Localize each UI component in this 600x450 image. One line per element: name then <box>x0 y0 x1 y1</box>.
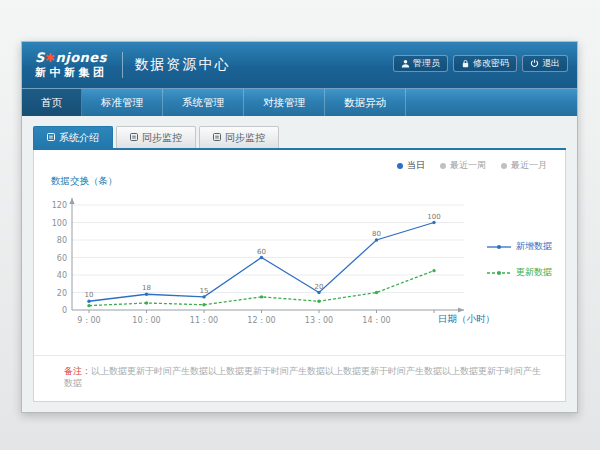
user-icon <box>401 59 410 68</box>
range-option-label: 当日 <box>407 159 425 172</box>
power-icon <box>530 59 539 68</box>
footnote-text: 以上数据更新于时间产生数据以上数据更新于时间产生数据以上数据更新于时间产生数据以… <box>64 366 541 389</box>
footnote: 备注：以上数据更新于时间产生数据以上数据更新于时间产生数据以上数据更新于时间产生… <box>34 355 565 401</box>
legend-item-updated-data[interactable]: 更新数据 <box>487 266 552 279</box>
change-password-label: 修改密码 <box>473 57 509 70</box>
svg-text:13：00: 13：00 <box>305 316 333 325</box>
svg-text:12：00: 12：00 <box>247 316 275 325</box>
series-name: 更新数据 <box>516 266 552 279</box>
series-legend: 新增数据 更新数据 <box>487 240 552 279</box>
svg-text:11：00: 11：00 <box>190 316 218 325</box>
tab-sync-monitor-1[interactable]: 同步监控 <box>116 126 196 148</box>
nav-item-standard-mgmt[interactable]: 标准管理 <box>82 89 163 116</box>
header-divider <box>122 52 123 78</box>
chart-panel: 当日 最近一周 最近一月 数据交换（条） 0204060801001209：00… <box>33 150 566 402</box>
change-password-button[interactable]: 修改密码 <box>453 55 517 72</box>
tab-label: 同步监控 <box>142 131 182 145</box>
range-option-today[interactable]: 当日 <box>397 159 425 172</box>
svg-text:80: 80 <box>372 230 381 238</box>
logo-company-name: 新中新集团 <box>35 67 108 80</box>
svg-text:10: 10 <box>85 291 94 299</box>
svg-text:10：00: 10：00 <box>132 316 160 325</box>
user-actions: 管理员 修改密码 退出 <box>393 55 568 72</box>
lock-icon <box>461 59 470 68</box>
dashed-line-sample-icon <box>487 269 511 277</box>
line-chart: 0204060801001209：0010：0011：0012：0013：001… <box>44 192 482 332</box>
nav-item-integration-mgmt[interactable]: 对接管理 <box>244 89 325 116</box>
admin-user-button[interactable]: 管理员 <box>393 55 448 72</box>
header: S✱njones 新中新集团 数据资源中心 管理员 修改密码 退出 <box>22 42 577 88</box>
range-option-label: 最近一月 <box>511 159 547 172</box>
svg-text:0: 0 <box>62 306 67 315</box>
tab-sync-monitor-2[interactable]: 同步监控 <box>199 126 279 148</box>
app-window: S✱njones 新中新集团 数据资源中心 管理员 修改密码 退出 首页 标准管… <box>21 41 578 413</box>
logo-wordmark: S✱njones <box>35 51 108 66</box>
tab-grid-icon <box>213 132 221 143</box>
page-title: 数据资源中心 <box>135 56 231 74</box>
svg-text:18: 18 <box>142 284 151 292</box>
tab-label: 系统介绍 <box>59 131 99 145</box>
solid-line-sample-icon <box>487 243 511 251</box>
svg-text:80: 80 <box>57 236 67 245</box>
nav-item-home[interactable]: 首页 <box>22 89 82 116</box>
tab-bar: 系统介绍 同步监控 同步监控 <box>33 126 566 150</box>
logo-star-icon: ✱ <box>45 51 56 65</box>
tab-grid-icon <box>47 132 55 143</box>
svg-text:20: 20 <box>315 283 324 291</box>
svg-text:60: 60 <box>57 254 67 263</box>
nav-item-data-change[interactable]: 数据异动 <box>325 89 406 116</box>
svg-text:14：00: 14：00 <box>362 316 390 325</box>
footnote-prefix: 备注： <box>64 366 91 376</box>
svg-text:100: 100 <box>427 213 440 221</box>
legend-dot-icon <box>397 163 403 169</box>
main-nav: 首页 标准管理 系统管理 对接管理 数据异动 <box>22 88 577 116</box>
legend-item-new-data[interactable]: 新增数据 <box>487 240 552 253</box>
y-axis-title: 数据交换（条） <box>51 175 118 188</box>
svg-text:15: 15 <box>200 287 209 295</box>
svg-text:40: 40 <box>57 271 67 280</box>
tab-grid-icon <box>130 132 138 143</box>
company-logo: S✱njones 新中新集团 <box>35 51 108 80</box>
logout-label: 退出 <box>542 57 560 70</box>
tab-label: 同步监控 <box>225 131 265 145</box>
tab-system-intro[interactable]: 系统介绍 <box>33 126 113 148</box>
range-legend: 当日 最近一周 最近一月 <box>397 159 547 172</box>
admin-user-label: 管理员 <box>413 57 440 70</box>
x-axis-title: 日期（小时） <box>438 313 495 326</box>
svg-text:120: 120 <box>52 201 67 210</box>
svg-text:100: 100 <box>52 219 67 228</box>
range-option-label: 最近一周 <box>450 159 486 172</box>
range-option-last-week[interactable]: 最近一周 <box>440 159 486 172</box>
logout-button[interactable]: 退出 <box>522 55 568 72</box>
range-option-last-month[interactable]: 最近一月 <box>501 159 547 172</box>
svg-text:20: 20 <box>57 289 67 298</box>
series-name: 新增数据 <box>516 240 552 253</box>
legend-dot-icon <box>501 163 507 169</box>
legend-dot-icon <box>440 163 446 169</box>
svg-text:9：00: 9：00 <box>77 316 100 325</box>
svg-text:60: 60 <box>257 248 266 256</box>
content-area: 系统介绍 同步监控 同步监控 当日 最近一周 <box>22 116 577 412</box>
nav-item-system-mgmt[interactable]: 系统管理 <box>163 89 244 116</box>
